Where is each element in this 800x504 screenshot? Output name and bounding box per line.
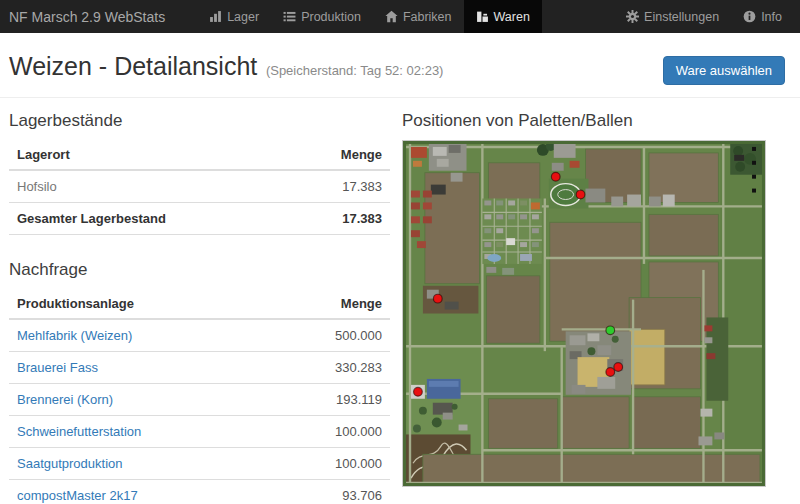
column-header: Menge	[292, 140, 390, 170]
amount-value: 500.000	[259, 319, 390, 352]
map-column: Positionen von Paletten/Ballen	[390, 98, 790, 504]
map-village	[482, 199, 541, 275]
pallet-marker	[414, 387, 423, 396]
pallet-marker	[433, 294, 442, 303]
table-row: Hofsilo17.383	[9, 170, 390, 203]
page-title: Weizen - Detailansicht	[9, 52, 257, 80]
map-image	[402, 140, 766, 487]
amount-value: 100.000	[259, 448, 390, 480]
nav-item-einstellungen[interactable]: Einstellungen	[614, 0, 731, 33]
nav-menu: Lager Produktion Fabriken Waren	[197, 0, 542, 33]
home-icon	[385, 10, 398, 23]
table-row: Brennerei (Korn)193.119	[9, 384, 390, 416]
navbar: NF Marsch 2.9 WebStats Lager Produktion …	[0, 0, 800, 33]
pallet-marker	[606, 368, 615, 377]
app-brand[interactable]: NF Marsch 2.9 WebStats	[0, 0, 179, 33]
nav-item-label: Info	[761, 10, 782, 24]
nav-item-label: Fabriken	[403, 10, 452, 24]
table-row: Saatgutproduktion100.000	[9, 448, 390, 480]
amount-value: 100.000	[259, 416, 390, 448]
nav-item-info[interactable]: Info	[731, 0, 794, 33]
gear-icon	[626, 10, 639, 23]
amount-value: 193.119	[259, 384, 390, 416]
production-link[interactable]: compostMaster 2k17	[17, 488, 138, 503]
nav-item-waren[interactable]: Waren	[464, 0, 542, 33]
storage-heading: Lagerbestände	[9, 111, 390, 131]
amount-value: 17.383	[292, 170, 390, 203]
nav-item-label: Produktion	[301, 10, 361, 24]
storage-location-label: Hofsilo	[17, 179, 57, 194]
nav-item-produktion[interactable]: Produktion	[271, 0, 373, 33]
page-subtitle: (Speicherstand: Tag 52: 02:23)	[266, 63, 444, 78]
production-link[interactable]: Schweinefutterstation	[17, 424, 141, 439]
storage-table: Lagerort Menge Hofsilo17.383Gesamter Lag…	[9, 140, 390, 235]
demand-table: Produktionsanlage Menge Mehlfabrik (Weiz…	[9, 289, 390, 504]
amount-value: 93.706	[259, 480, 390, 504]
column-header: Lagerort	[9, 140, 292, 170]
nav-item-label: Waren	[494, 10, 530, 24]
column-header: Produktionsanlage	[9, 289, 259, 319]
pallet-marker	[551, 172, 560, 181]
info-icon	[743, 10, 756, 23]
production-link[interactable]: Brennerei (Korn)	[17, 392, 113, 407]
column-header: Menge	[259, 289, 390, 319]
demand-heading: Nachfrage	[9, 260, 390, 280]
total-value: 17.383	[292, 203, 390, 235]
production-link[interactable]: Brauerei Fass	[17, 360, 98, 375]
detail-column: Lagerbestände Lagerort Menge Hofsilo17.3…	[9, 98, 390, 504]
page-header: Weizen - Detailansicht (Speicherstand: T…	[0, 33, 800, 98]
amount-value: 330.283	[259, 352, 390, 384]
nav-item-label: Einstellungen	[644, 10, 719, 24]
nav-item-label: Lager	[227, 10, 259, 24]
bar-chart-icon	[209, 10, 222, 23]
table-row: Schweinefutterstation100.000	[9, 416, 390, 448]
farm-map	[403, 141, 765, 486]
production-link[interactable]: Mehlfabrik (Weizen)	[17, 328, 132, 343]
nav-item-fabriken[interactable]: Fabriken	[373, 0, 464, 33]
nav-item-lager[interactable]: Lager	[197, 0, 271, 33]
map-heading: Positionen von Paletten/Ballen	[402, 111, 790, 131]
table-row: Brauerei Fass330.283	[9, 352, 390, 384]
total-label: Gesamter Lagerbestand	[9, 203, 292, 235]
table-row: compostMaster 2k1793.706	[9, 480, 390, 504]
select-ware-button[interactable]: Ware auswählen	[663, 56, 785, 85]
map-farm-complex	[566, 331, 631, 394]
goods-icon	[476, 10, 489, 23]
map-small-farm-w	[423, 286, 479, 314]
production-link[interactable]: Saatgutproduktion	[17, 456, 123, 471]
table-total-row: Gesamter Lagerbestand17.383	[9, 203, 390, 235]
pallet-marker	[614, 363, 623, 372]
nav-menu-right: Einstellungen Info	[614, 0, 794, 33]
player-marker	[606, 326, 615, 335]
pallet-marker	[576, 190, 585, 199]
list-icon	[283, 10, 296, 23]
table-row: Mehlfabrik (Weizen)500.000	[9, 319, 390, 352]
